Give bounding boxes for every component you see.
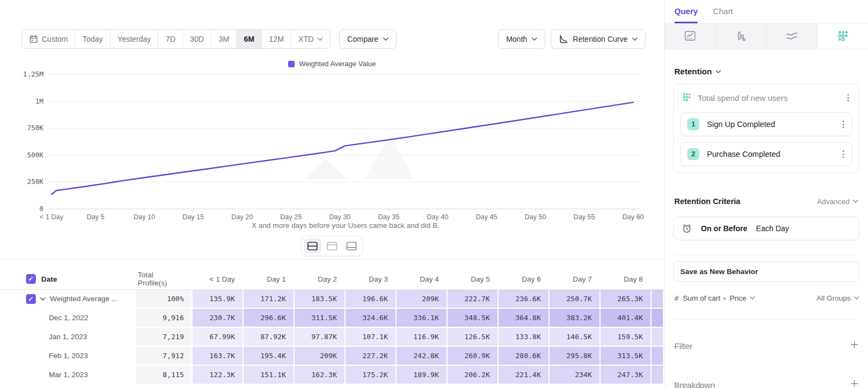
- retention-section-dropdown[interactable]: Retention: [674, 67, 858, 76]
- measure-property-label: Price: [730, 294, 746, 302]
- range-today[interactable]: Today: [75, 30, 110, 48]
- retention-value-cell: 242.8K: [397, 347, 448, 366]
- retention-value-cell: 87.92K: [244, 328, 295, 347]
- layout-bottom-button[interactable]: [343, 238, 360, 253]
- measure-row: # Sum of cart ▸ Price All Groups: [674, 290, 859, 306]
- retention-value-cell: 296.6K: [244, 309, 295, 328]
- svg-text:Day 35: Day 35: [378, 213, 400, 221]
- insights-icon: [684, 30, 697, 42]
- chevron-down-icon: [317, 37, 323, 41]
- plus-icon[interactable]: [851, 380, 858, 388]
- retention-value-cell: 151.1K: [244, 366, 295, 385]
- criteria-value-label[interactable]: Each Day: [756, 224, 789, 233]
- tab-retention[interactable]: [818, 24, 868, 49]
- all-groups-dropdown[interactable]: All Groups: [816, 294, 859, 302]
- total-profiles-cell: 7,912: [136, 347, 193, 366]
- report-type-tabs: [665, 24, 868, 49]
- advanced-dropdown[interactable]: Advanced: [817, 198, 858, 206]
- clipped-value-cell: [652, 309, 664, 328]
- step-number-badge: 2: [687, 148, 699, 160]
- chevron-down-icon[interactable]: [40, 297, 46, 301]
- filter-add-row[interactable]: Filter: [674, 335, 858, 357]
- range-12m[interactable]: 12M: [262, 30, 291, 48]
- retention-value-cell: 107.1K: [346, 328, 397, 347]
- funnels-icon: [735, 30, 748, 42]
- range-xtd[interactable]: XTD: [291, 30, 330, 48]
- panel-tabs: Query Chart: [665, 0, 868, 24]
- measure-property-dropdown[interactable]: Sum of cart ▸ Price: [683, 294, 755, 302]
- step-menu-button[interactable]: [840, 148, 846, 160]
- tab-flows[interactable]: [767, 24, 818, 49]
- retention-value-cell: 221.4K: [499, 366, 550, 385]
- row-checkbox[interactable]: ✓: [26, 294, 36, 304]
- retention-value-cell: 227.2K: [346, 347, 397, 366]
- behavior-step-1[interactable]: 1 Sign Up Completed: [680, 112, 852, 136]
- table-row[interactable]: ✓Weighted Average ...100%135.9K171.2K183…: [0, 290, 664, 309]
- layout-top-button[interactable]: [323, 238, 341, 253]
- chart-legend[interactable]: Weighted Average Value: [0, 60, 664, 68]
- retention-value-cell: 67.99K: [193, 328, 244, 347]
- step-menu-button[interactable]: [840, 118, 846, 130]
- retention-value-cell: 126.5K: [448, 328, 499, 347]
- tab-insights[interactable]: [665, 24, 716, 49]
- tab-funnels[interactable]: [716, 24, 767, 49]
- retention-curve-icon: [559, 34, 569, 44]
- select-all-checkbox[interactable]: ✓: [26, 274, 36, 284]
- range-custom[interactable]: Custom: [22, 30, 75, 48]
- range-label: 12M: [269, 35, 284, 43]
- retention-value-cell: 122.3K: [193, 366, 244, 385]
- range-yesterday[interactable]: Yesterday: [111, 30, 159, 48]
- retention-value-cell: 236.6K: [499, 290, 550, 309]
- range-6m[interactable]: 6M: [237, 30, 261, 48]
- retention-value-cell: 135.9K: [193, 290, 244, 309]
- retention-value-cell: 222.7K: [448, 290, 499, 309]
- split-horizontal-icon: [307, 241, 318, 251]
- row-label: Weighted Average ...: [50, 295, 118, 303]
- section-divider: [0, 259, 664, 259]
- retention-value-cell: 195.4K: [244, 347, 295, 366]
- tab-query[interactable]: Query: [674, 7, 698, 23]
- range-label: 3M: [219, 35, 229, 43]
- retention-value-cell: 175.2K: [346, 366, 397, 385]
- tab-chart[interactable]: Chart: [713, 7, 733, 23]
- svg-text:Day 45: Day 45: [476, 213, 497, 221]
- chart-toolbar: CustomTodayYesterday7D30D3M6M12MXTD Comp…: [22, 29, 646, 49]
- retention-value-cell: 401.4K: [601, 309, 652, 328]
- table-row[interactable]: Dec 1, 20229,916230.7K296.6K311.5K324.6K…: [0, 309, 664, 328]
- behavior-menu-button[interactable]: [845, 92, 851, 104]
- retention-value-cell: 247.3K: [601, 366, 652, 385]
- retention-value-cell: 234K: [550, 366, 601, 385]
- save-as-new-behavior-button[interactable]: Save as New Behavior: [673, 261, 859, 282]
- advanced-label: Advanced: [817, 198, 850, 206]
- table-row[interactable]: Mar 1, 20238,115122.3K151.1K162.3K175.2K…: [0, 366, 664, 385]
- table-header-row: ✓DateTotal Profile(s)< 1 DayDay 1Day 2Da…: [0, 270, 664, 290]
- retention-value-cell: 183.5K: [295, 290, 346, 309]
- retention-section-label: Retention: [674, 67, 712, 76]
- column-header: < 1 Day: [193, 270, 244, 289]
- table-row[interactable]: Jan 1, 20237,21967.99K87.92K97.87K107.1K…: [0, 328, 664, 347]
- granularity-button[interactable]: Month: [498, 29, 545, 49]
- total-profiles-cell: 9,916: [136, 309, 193, 328]
- layout-split-button[interactable]: [304, 238, 321, 253]
- calendar-icon: [29, 35, 38, 43]
- svg-text:250K: 250K: [27, 177, 44, 186]
- retention-value-cell: 364.8K: [499, 309, 550, 328]
- criteria-condition-card[interactable]: On or Before Each Day: [673, 217, 859, 240]
- retention-value-cell: 196.6K: [346, 290, 397, 309]
- range-3m[interactable]: 3M: [212, 30, 237, 48]
- column-header: Total Profile(s): [136, 270, 193, 289]
- range-30d[interactable]: 30D: [183, 30, 212, 48]
- compare-label: Compare: [347, 35, 379, 43]
- chart-type-button[interactable]: Retention Curve: [551, 29, 646, 49]
- plus-icon[interactable]: [851, 341, 858, 351]
- alarm-clock-icon: [681, 223, 692, 234]
- breakdown-add-row[interactable]: Breakdown: [674, 374, 858, 388]
- criteria-condition-label[interactable]: On or Before: [701, 224, 748, 233]
- compare-button[interactable]: Compare: [339, 29, 397, 49]
- range-7d[interactable]: 7D: [158, 30, 183, 48]
- chevron-down-icon: [716, 70, 721, 73]
- panel-divider: [673, 320, 859, 320]
- table-row[interactable]: Feb 1, 20237,912163.7K195.4K209K227.2K24…: [0, 347, 664, 366]
- behavior-step-2[interactable]: 2 Purchase Completed: [680, 142, 852, 166]
- column-header: Day 6: [499, 270, 550, 289]
